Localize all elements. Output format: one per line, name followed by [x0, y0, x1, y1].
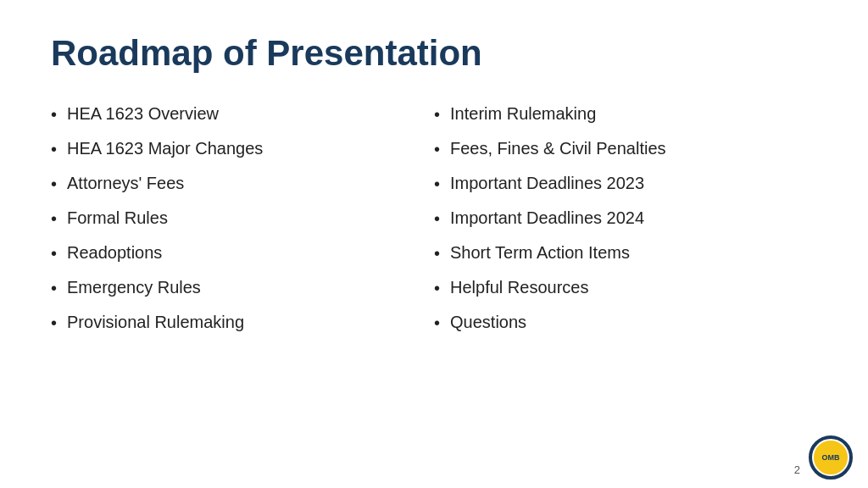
- list-item: •Short Term Action Items: [434, 236, 817, 270]
- bullet-icon: •: [434, 312, 440, 334]
- list-item: •Attorneys' Fees: [51, 166, 434, 201]
- list-item: •Emergency Rules: [51, 270, 434, 305]
- list-item: •Readoptions: [51, 236, 434, 270]
- list-item: •HEA 1623 Overview: [51, 97, 434, 131]
- item-interim-rulemaking: Interim Rulemaking: [450, 103, 596, 125]
- list-item: •Helpful Resources: [434, 270, 817, 305]
- bullet-icon: •: [434, 103, 440, 125]
- logo: OMB: [809, 435, 853, 480]
- bullet-icon: •: [434, 208, 440, 230]
- bullet-icon: •: [51, 173, 57, 195]
- list-item: •Questions: [434, 305, 817, 340]
- item-formal-rules: Formal Rules: [67, 207, 168, 229]
- list-item: •Formal Rules: [51, 201, 434, 236]
- item-deadlines-2023: Important Deadlines 2023: [450, 172, 644, 194]
- bullet-icon: •: [51, 242, 57, 264]
- list-item: •Interim Rulemaking: [434, 97, 817, 131]
- list-item: •Important Deadlines 2023: [434, 166, 817, 201]
- item-fees-fines: Fees, Fines & Civil Penalties: [450, 137, 666, 159]
- item-deadlines-2024: Important Deadlines 2024: [450, 207, 644, 229]
- item-questions: Questions: [450, 311, 526, 333]
- bullet-icon: •: [51, 208, 57, 230]
- bullet-icon: •: [434, 138, 440, 160]
- bullet-icon: •: [434, 173, 440, 195]
- bullet-icon: •: [51, 138, 57, 160]
- item-short-term: Short Term Action Items: [450, 241, 630, 263]
- list-item: •Important Deadlines 2024: [434, 201, 817, 236]
- item-provisional-rulemaking: Provisional Rulemaking: [67, 311, 244, 333]
- page-number: 2: [794, 463, 800, 476]
- item-hea-changes: HEA 1623 Major Changes: [67, 137, 263, 159]
- item-hea-overview: HEA 1623 Overview: [67, 103, 219, 125]
- list-item: •Provisional Rulemaking: [51, 305, 434, 340]
- right-column: •Interim Rulemaking•Fees, Fines & Civil …: [434, 97, 817, 340]
- item-attorneys-fees: Attorneys' Fees: [67, 172, 184, 194]
- bullet-icon: •: [51, 103, 57, 125]
- bullet-icon: •: [434, 277, 440, 299]
- item-helpful-resources: Helpful Resources: [450, 276, 588, 298]
- bullet-icon: •: [434, 242, 440, 264]
- slide: Roadmap of Presentation •HEA 1623 Overvi…: [0, 0, 868, 488]
- left-column: •HEA 1623 Overview•HEA 1623 Major Change…: [51, 97, 434, 340]
- item-emergency-rules: Emergency Rules: [67, 276, 201, 298]
- item-readoptions: Readoptions: [67, 241, 162, 263]
- bullet-icon: •: [51, 312, 57, 334]
- content-area: •HEA 1623 Overview•HEA 1623 Major Change…: [51, 97, 817, 340]
- list-item: •HEA 1623 Major Changes: [51, 131, 434, 166]
- slide-title: Roadmap of Presentation: [51, 34, 817, 73]
- list-item: •Fees, Fines & Civil Penalties: [434, 131, 817, 166]
- logo-text: OMB: [822, 454, 840, 462]
- bullet-icon: •: [51, 277, 57, 299]
